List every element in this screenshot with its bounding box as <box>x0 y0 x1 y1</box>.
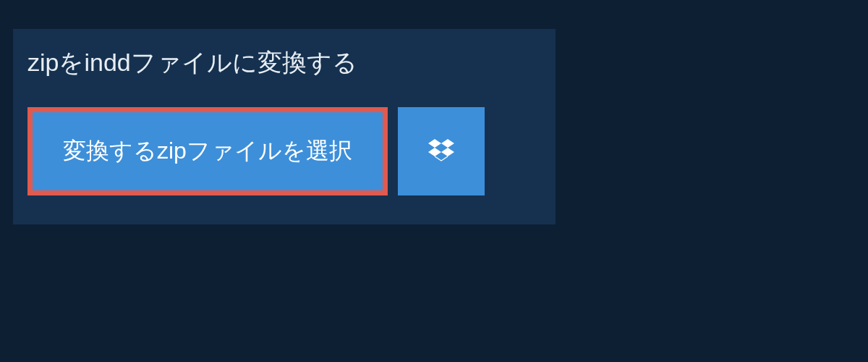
dropbox-button[interactable] <box>398 107 485 195</box>
dropbox-icon <box>428 137 454 166</box>
button-row: 変換するzipファイルを選択 <box>13 93 556 195</box>
select-file-button[interactable]: 変換するzipファイルを選択 <box>27 107 388 195</box>
converter-panel: zipをinddファイルに変換する 変換するzipファイルを選択 <box>13 29 556 224</box>
page-title: zipをinddファイルに変換する <box>13 29 372 93</box>
select-file-label: 変換するzipファイルを選択 <box>63 135 352 167</box>
